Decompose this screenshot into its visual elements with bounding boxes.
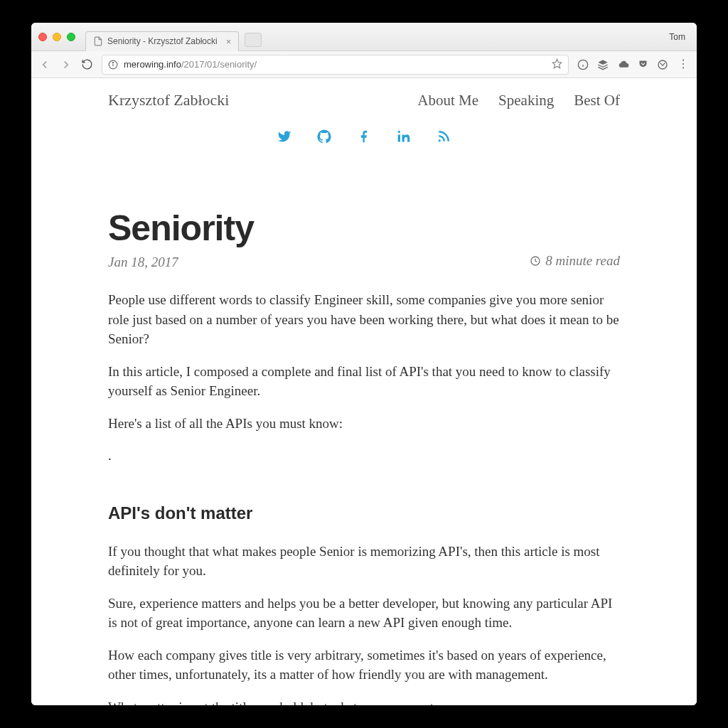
info-extension-icon[interactable]: [577, 59, 589, 70]
close-tab-icon[interactable]: ×: [226, 37, 232, 46]
profile-name[interactable]: Tom: [669, 32, 690, 42]
buffer-extension-icon[interactable]: [597, 59, 609, 70]
document-icon: [93, 36, 103, 46]
svg-point-2: [112, 62, 113, 63]
tab-title: Seniority - Krzysztof Zabłocki: [107, 36, 218, 46]
clock-icon: [530, 255, 541, 267]
page-container: Krzysztof Zabłocki About Me Speaking Bes…: [108, 78, 620, 705]
url-text: merowing.info/2017/01/seniority/: [124, 59, 257, 70]
svg-point-10: [439, 139, 441, 141]
browser-toolbar: merowing.info/2017/01/seniority/ ⋯: [31, 51, 697, 78]
window-titlebar: Seniority - Krzysztof Zabłocki × Tom: [31, 23, 697, 51]
facebook-icon[interactable]: [357, 129, 371, 144]
read-time-text: 8 minute read: [545, 253, 620, 269]
extension-icons: [577, 58, 668, 70]
wallabag-extension-icon[interactable]: [657, 59, 668, 70]
traffic-lights: [38, 33, 75, 41]
social-links: [108, 129, 620, 144]
svg-marker-3: [552, 59, 562, 68]
nav-speaking[interactable]: Speaking: [498, 92, 554, 109]
section-heading: API's don't matter: [108, 501, 620, 526]
paragraph: How each company gives title is very arb…: [108, 646, 620, 685]
svg-rect-8: [398, 135, 400, 142]
paragraph: Sure, experience matters and helps you b…: [108, 594, 620, 633]
page-viewport: Krzysztof Zabłocki About Me Speaking Bes…: [31, 78, 697, 705]
reload-button[interactable]: [81, 58, 93, 70]
maximize-window-button[interactable]: [67, 33, 75, 41]
forward-button[interactable]: [60, 58, 73, 71]
article: Seniority Jan 18, 2017 8 minute read Peo…: [108, 208, 620, 705]
site-title[interactable]: Krzysztof Zabłocki: [108, 91, 229, 109]
linkedin-icon[interactable]: [397, 129, 411, 144]
chrome-menu-button[interactable]: ⋯: [677, 58, 690, 71]
rss-icon[interactable]: [437, 129, 451, 144]
address-bar[interactable]: merowing.info/2017/01/seniority/: [102, 55, 569, 75]
read-time: 8 minute read: [530, 253, 620, 269]
url-host: merowing.info: [124, 59, 181, 70]
paragraph: Here's a list of all the APIs you must k…: [108, 414, 620, 434]
site-nav: About Me Speaking Best Of: [417, 92, 620, 109]
browser-tab[interactable]: Seniority - Krzysztof Zabłocki ×: [85, 31, 239, 51]
site-info-icon[interactable]: [108, 60, 118, 70]
pocket-extension-icon[interactable]: [638, 59, 648, 70]
new-tab-button[interactable]: [245, 33, 262, 47]
svg-point-7: [658, 60, 667, 69]
github-icon[interactable]: [317, 129, 331, 144]
article-date: Jan 18, 2017: [108, 255, 178, 270]
close-window-button[interactable]: [38, 33, 47, 41]
paragraph: People use different words to classify E…: [108, 290, 620, 349]
article-meta: Jan 18, 2017 8 minute read: [108, 253, 620, 270]
browser-window: Seniority - Krzysztof Zabłocki × Tom mer…: [31, 23, 697, 705]
cloud-extension-icon[interactable]: [617, 58, 629, 70]
back-button[interactable]: [38, 58, 51, 71]
url-path: /2017/01/seniority/: [181, 59, 257, 70]
nav-about-me[interactable]: About Me: [417, 92, 478, 109]
paragraph: .: [108, 446, 620, 466]
minimize-window-button[interactable]: [53, 33, 61, 41]
paragraph: What matter is not the title you hold, b…: [108, 697, 620, 705]
nav-best-of[interactable]: Best Of: [574, 92, 620, 109]
site-header: Krzysztof Zabłocki About Me Speaking Bes…: [108, 91, 620, 109]
paragraph: In this article, I composed a complete a…: [108, 362, 620, 401]
svg-point-9: [398, 131, 400, 133]
twitter-icon[interactable]: [277, 129, 291, 144]
bookmark-star-icon[interactable]: [552, 58, 562, 71]
article-title: Seniority: [108, 208, 620, 249]
article-content: People use different words to classify E…: [108, 290, 620, 705]
paragraph: If you thought that what makes people Se…: [108, 542, 620, 581]
